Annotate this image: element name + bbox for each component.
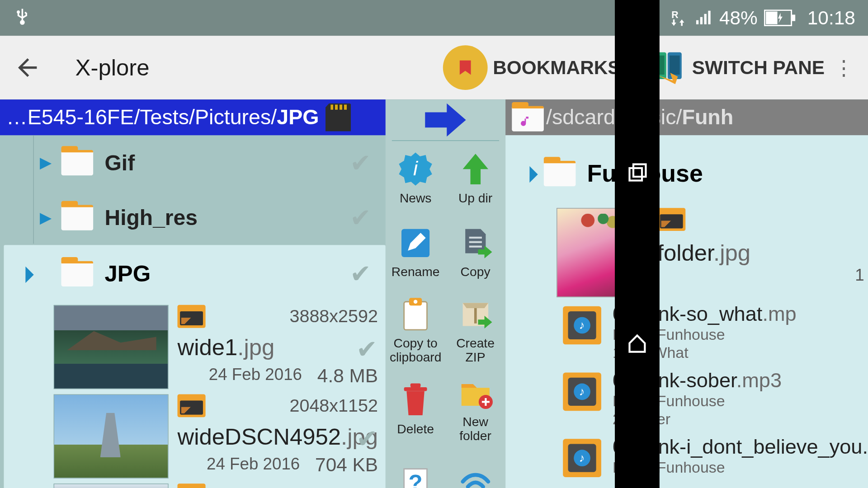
folder-row-gif[interactable]: ▶ Gif ✔ xyxy=(0,135,386,190)
image-type-icon xyxy=(177,394,205,417)
music-file-icon: ♪ xyxy=(563,439,601,477)
pane-right[interactable]: /sdcard/Music/Funh ◥ Funhouse folder.jpg… xyxy=(505,99,868,488)
folder-row-highres[interactable]: ▶ High_res ✔ xyxy=(0,190,386,245)
svg-rect-18 xyxy=(404,387,427,391)
expand-icon[interactable]: ▶ xyxy=(40,154,51,172)
tool-news[interactable]: i News xyxy=(386,141,445,215)
check-toggle[interactable]: ✔ xyxy=(350,203,372,232)
bookmarks-button[interactable]: BOOKMARKS xyxy=(443,45,620,90)
check-toggle[interactable]: ✔ xyxy=(356,334,378,364)
signal-icon xyxy=(693,8,712,27)
tool-help[interactable]: ? xyxy=(386,446,445,488)
tool-wifi[interactable] xyxy=(445,446,505,488)
svg-rect-2 xyxy=(792,14,795,21)
expand-icon[interactable]: ▶ xyxy=(40,209,51,227)
tool-new-folder[interactable]: New folder xyxy=(445,372,505,446)
svg-rect-24 xyxy=(629,168,642,181)
svg-rect-25 xyxy=(633,164,646,177)
music-folder-icon xyxy=(518,115,533,130)
tool-delete[interactable]: Delete xyxy=(386,372,445,446)
file-name: folder.jpg xyxy=(657,240,750,267)
status-bar: R 48% 10:18 xyxy=(0,0,868,36)
image-type-icon xyxy=(657,208,685,231)
recents-button[interactable] xyxy=(626,162,649,187)
file-row[interactable]: 2048x1152 xyxy=(4,481,386,488)
tool-copy[interactable]: Copy xyxy=(445,215,505,289)
svg-rect-19 xyxy=(410,383,421,387)
usb-icon xyxy=(13,4,32,27)
file-name: wide1.jpg xyxy=(177,334,378,361)
file-date: 24 Feb 2016 xyxy=(209,365,302,387)
app-title: X-plore xyxy=(75,54,150,81)
tool-panel: i News Up dir Rename Copy Copy to xyxy=(386,99,505,488)
file-size: 704 KB xyxy=(315,454,378,476)
bookmark-icon xyxy=(443,45,488,90)
app-bar: X-plore BOOKMARKS SWITCH PANE ⋮ xyxy=(0,36,868,99)
image-dimensions: 2048x1152 xyxy=(289,395,378,416)
battery-charging-icon xyxy=(764,9,796,26)
svg-text:R: R xyxy=(671,9,678,20)
collapse-icon[interactable]: ◥ xyxy=(520,163,541,184)
tool-create-zip[interactable]: Create ZIP xyxy=(445,289,505,372)
direction-arrow-icon[interactable] xyxy=(420,99,471,140)
check-toggle[interactable]: ✔ xyxy=(350,259,372,288)
file-row-track[interactable]: ♪ 02-pink-sober.mp3 P!nk - Funhouse 2. S… xyxy=(524,366,868,432)
svg-rect-14 xyxy=(404,302,427,330)
svg-rect-3 xyxy=(766,11,777,24)
path-bar-left[interactable]: …E545-16FE/Tests/Pictures/JPG xyxy=(0,99,386,135)
tool-copy-clipboard[interactable]: Copy to clipboard xyxy=(386,289,445,372)
open-folder-group: ◥ JPG ✔ 3888x2592 wide1.jpg 24 Feb 20164… xyxy=(4,245,386,488)
sdcard-icon xyxy=(326,103,351,131)
check-toggle[interactable]: ✔ xyxy=(350,148,372,178)
android-nav-bar xyxy=(615,0,660,488)
svg-rect-12 xyxy=(469,241,481,243)
file-row[interactable]: 2048x1152 wideDSCN4952.jpg 24 Feb 201670… xyxy=(4,392,386,481)
file-row-track[interactable]: ♪ 01-pink-so_what.mp P!nk - Funhouse 1. … xyxy=(524,300,868,366)
path-bar-right[interactable]: /sdcard/Music/Funh xyxy=(505,99,868,135)
folder-icon xyxy=(61,261,94,286)
back-button[interactable] xyxy=(11,54,43,82)
file-row-track[interactable]: ♪ 03-pink-i_dont_believe_you. P!nk - Fun… xyxy=(524,432,868,488)
svg-rect-7 xyxy=(670,56,680,75)
svg-rect-17 xyxy=(474,308,477,324)
switch-pane-button[interactable]: SWITCH PANE xyxy=(649,48,825,87)
file-date: 24 Feb 2016 xyxy=(207,454,300,476)
overflow-menu-button[interactable]: ⋮ xyxy=(831,65,856,70)
thumbnail xyxy=(54,394,169,478)
pane-left[interactable]: …E545-16FE/Tests/Pictures/JPG ▶ Gif ✔ ▶ … xyxy=(0,99,386,488)
music-file-icon: ♪ xyxy=(563,372,601,411)
data-icon: R xyxy=(668,8,687,27)
trailing-text: 1 xyxy=(855,265,864,285)
image-dimensions: 2048x1152 xyxy=(289,485,378,488)
image-type-icon xyxy=(177,305,205,328)
check-toggle[interactable]: ✔ xyxy=(356,423,378,453)
svg-rect-13 xyxy=(469,246,481,248)
thumbnail xyxy=(54,483,169,488)
home-button[interactable] xyxy=(626,332,649,357)
file-row-album-art[interactable]: folder.jpg xyxy=(524,206,868,300)
clock: 10:18 xyxy=(807,7,855,29)
image-type-icon xyxy=(177,483,205,488)
tool-up-dir[interactable]: Up dir xyxy=(445,141,505,215)
file-size: 4.8 MB xyxy=(317,365,378,387)
file-name: wideDSCN4952.jpg xyxy=(177,423,378,450)
thumbnail xyxy=(54,305,169,389)
file-row[interactable]: 3888x2592 wide1.jpg 24 Feb 20164.8 MB ✔ xyxy=(4,302,386,392)
svg-rect-11 xyxy=(469,237,481,239)
folder-icon xyxy=(543,161,576,186)
tool-rename[interactable]: Rename xyxy=(386,215,445,289)
collapse-icon[interactable]: ◥ xyxy=(16,263,37,284)
folder-row-funhouse[interactable]: ◥ Funhouse xyxy=(524,141,868,205)
folder-icon xyxy=(61,205,94,230)
svg-point-16 xyxy=(414,300,417,304)
music-file-icon: ♪ xyxy=(563,306,601,345)
folder-row-jpg[interactable]: ◥ JPG ✔ xyxy=(4,245,386,302)
folder-icon xyxy=(61,150,94,175)
svg-text:?: ? xyxy=(409,470,423,488)
battery-percent: 48% xyxy=(719,7,758,29)
image-dimensions: 3888x2592 xyxy=(289,306,378,327)
